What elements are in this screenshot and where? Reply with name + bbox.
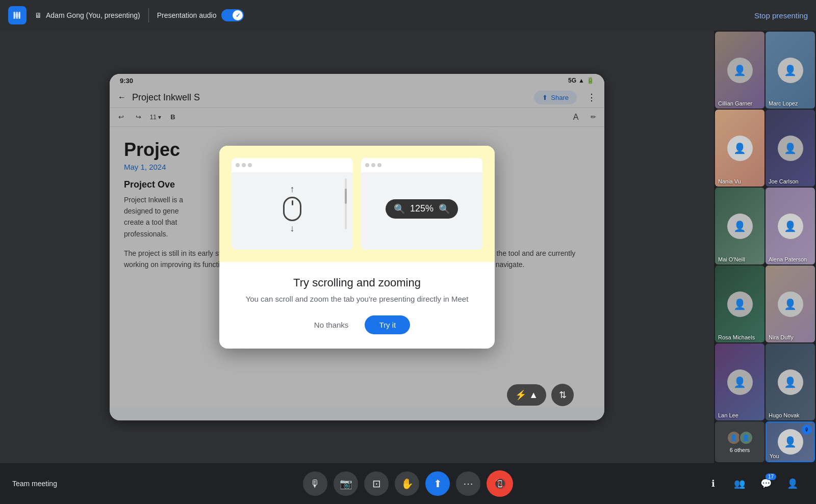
toggle-knob — [233, 10, 243, 20]
present-button[interactable]: ⬆ — [425, 471, 450, 496]
dialog-description: You can scroll and zoom the tab you're p… — [236, 295, 478, 303]
participants-button[interactable]: 👥 — [728, 472, 751, 495]
meet-logo — [8, 6, 27, 24]
audio-label: Presentation audio — [157, 11, 217, 19]
participant-tile[interactable]: 👤 Mai O'Neill — [715, 188, 764, 264]
zoom-out-icon: 🔍 — [394, 203, 405, 215]
participant-tile[interactable]: 👤 Marc Lopez — [766, 32, 815, 109]
bottom-controls-bar: Team meeting 🎙 📷 ⊡ ✋ ⬆ ⋯ 📵 ℹ 👥 💬 17 👤 — [0, 463, 816, 504]
participant-name: Marc Lopez — [769, 100, 798, 107]
you-label: You — [770, 453, 779, 459]
phone-frame: 9:30 5G ▲ 🔋 ← Project Inkwell S ⬆ Share … — [110, 74, 604, 420]
camera-button[interactable]: 📷 — [334, 471, 358, 496]
mouse-scroll-indicator — [292, 200, 293, 205]
divider — [148, 8, 149, 22]
scrollbar-thumb — [345, 189, 347, 204]
participant-name: Joe Carlson — [769, 178, 799, 184]
participant-name: Nania Vu — [718, 178, 741, 184]
participant-name: Mai O'Neill — [718, 256, 745, 262]
raise-hand-button[interactable]: ✋ — [395, 471, 419, 496]
more-options-button[interactable]: ⋯ — [456, 471, 480, 496]
participant-name: Cillian Garner — [718, 100, 752, 107]
dot-5 — [371, 163, 375, 167]
participant-tile[interactable]: 👤 Cillian Garner — [715, 32, 764, 109]
participant-name: Lan Lee — [718, 412, 738, 418]
participant-tile[interactable]: 👤 Nira Duffy — [766, 266, 815, 342]
panel-header-1 — [232, 158, 353, 172]
participant-name: Nira Duffy — [769, 334, 794, 340]
dialog-title: Try scrolling and zooming — [236, 276, 478, 289]
panel-header-2 — [361, 158, 482, 172]
dialog-actions: No thanks Try it — [236, 315, 478, 334]
participant-tile[interactable]: 👤 Lan Lee — [715, 343, 764, 420]
scroll-illustration: ↑ ↓ — [283, 184, 301, 234]
participant-tile[interactable]: 👤 Joe Carlson — [766, 110, 815, 187]
people-icon: 👥 — [734, 478, 745, 489]
top-bar: 🖥 Adam Gong (You, presenting) Presentati… — [0, 0, 816, 31]
others-tile[interactable]: 👤 👤 6 others — [715, 421, 764, 462]
bottom-right-icons: ℹ 👥 💬 17 👤 — [702, 472, 804, 495]
audio-toggle[interactable] — [221, 9, 244, 21]
dot-2 — [242, 163, 246, 167]
try-it-button[interactable]: Try it — [365, 315, 410, 334]
dot-1 — [236, 163, 240, 167]
presenter-info: 🖥 Adam Gong (You, presenting) — [35, 11, 140, 19]
dialog-body: Try scrolling and zooming You can scroll… — [219, 262, 495, 349]
dot-3 — [248, 163, 252, 167]
info-button[interactable]: ℹ — [702, 472, 724, 495]
participant-tile[interactable]: 👤 Nania Vu — [715, 110, 764, 187]
activities-icon: 👤 — [787, 478, 798, 489]
participant-name: Alena Paterson — [769, 256, 807, 262]
zoom-percent: 125% — [410, 203, 434, 214]
arrow-up-icon: ↑ — [290, 184, 295, 195]
meeting-label: Team meeting — [12, 480, 57, 488]
participant-grid: 👤 Cillian Garner 👤 Marc Lopez 👤 Nania Vu… — [714, 31, 816, 463]
microphone-button[interactable]: 🎙 — [303, 471, 327, 496]
others-count-label: 6 others — [730, 447, 750, 453]
screen-share-icon: 🖥 — [35, 11, 42, 19]
participant-name: Hugo Novak — [769, 412, 800, 418]
zoom-illustration: 🔍 125% 🔍 — [386, 199, 458, 219]
participant-tile[interactable]: 👤 Alena Paterson — [766, 188, 815, 264]
zoom-pill: 🔍 125% 🔍 — [386, 199, 458, 219]
zoom-panel: 🔍 125% 🔍 — [361, 158, 482, 250]
participant-name: Rosa Michaels — [718, 334, 755, 340]
presentation-area: 9:30 5G ▲ 🔋 ← Project Inkwell S ⬆ Share … — [0, 31, 714, 463]
dot-6 — [377, 163, 381, 167]
dialog-overlay: ↑ ↓ — [110, 74, 604, 420]
end-call-button[interactable]: 📵 — [487, 470, 513, 497]
main-content: 9:30 5G ▲ 🔋 ← Project Inkwell S ⬆ Share … — [0, 31, 816, 463]
scrollbar-track — [345, 178, 347, 229]
stop-presenting-button[interactable]: Stop presenting — [754, 11, 808, 20]
participant-tile[interactable]: 👤 Hugo Novak — [766, 343, 815, 420]
dot-4 — [365, 163, 369, 167]
arrow-down-icon: ↓ — [290, 223, 295, 234]
activities-button[interactable]: 👤 — [781, 472, 804, 495]
presenter-label: Adam Gong (You, presenting) — [46, 11, 140, 19]
chat-button[interactable]: 💬 17 — [755, 472, 777, 495]
participant-tile[interactable]: 👤 Rosa Michaels — [715, 266, 764, 342]
mini-avatar: 👤 — [739, 431, 753, 445]
audio-toggle-area: Presentation audio — [157, 9, 244, 21]
zoom-in-icon: 🔍 — [439, 203, 450, 215]
no-thanks-button[interactable]: No thanks — [304, 315, 359, 334]
you-tile[interactable]: 👤 You 🎙 — [766, 421, 815, 462]
scroll-zoom-dialog: ↑ ↓ — [219, 146, 495, 349]
chat-badge: 17 — [766, 473, 776, 480]
mic-active-icon: 🎙 — [802, 425, 812, 435]
captions-button[interactable]: ⊡ — [364, 471, 389, 496]
scroll-panel: ↑ ↓ — [232, 158, 353, 250]
mouse-icon — [283, 197, 301, 221]
dialog-illustration: ↑ ↓ — [219, 146, 495, 262]
